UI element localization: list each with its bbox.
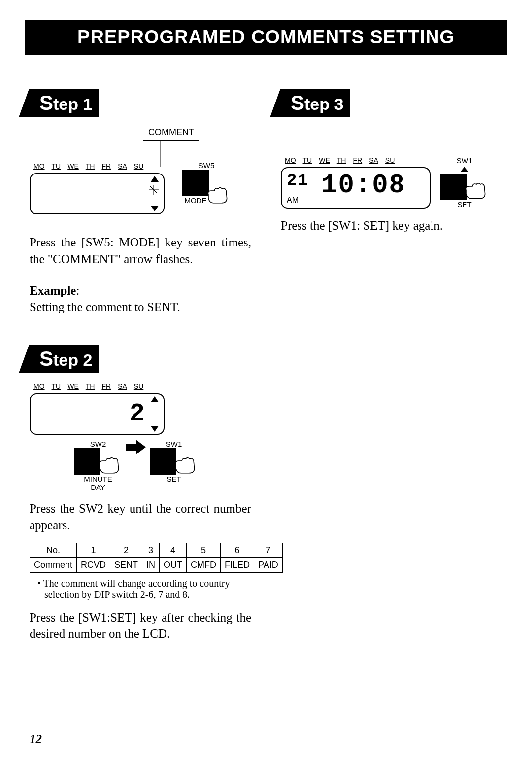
svg-marker-10 — [461, 167, 468, 172]
step2-bullet: • The comment will change according to c… — [44, 578, 251, 600]
hand-pointer-icon — [173, 455, 198, 475]
step1-example: Example: Setting the comment to SENT. — [30, 282, 251, 316]
lcd-step1 — [30, 173, 165, 214]
comment-label-box: COMMENT — [143, 124, 200, 141]
set-label: SET — [440, 200, 489, 209]
step2-tag: Step 2 — [30, 345, 99, 373]
svg-marker-8 — [151, 426, 159, 432]
sw5-label: SW5 — [182, 161, 231, 170]
lcd-step2: 2 — [30, 393, 165, 435]
lcd-day: 21 — [287, 171, 309, 190]
minute-day-button[interactable] — [74, 448, 100, 475]
comment-table: No. 12 34 56 7 Comment RCVDSENT INOUT CM… — [30, 543, 283, 573]
step1-figure: COMMENT MOTUWE THFRSA SU — [30, 127, 251, 225]
step2-text1: Press the SW2 key until the correct numb… — [30, 500, 251, 534]
step3-text: Press the [SW1: SET] key again. — [281, 217, 502, 234]
svg-marker-6 — [151, 206, 159, 211]
lcd-value: 2 — [130, 399, 146, 428]
lcd-step3: 21 AM 10:08 — [281, 167, 431, 209]
sw2-label: SW2 — [74, 440, 122, 448]
hand-pointer-icon — [206, 185, 231, 205]
arrow-right-icon — [126, 440, 146, 454]
sw1-label: SW1 — [150, 440, 198, 448]
up-arrow-icon — [151, 176, 159, 182]
svg-marker-7 — [151, 396, 159, 402]
set-label: SET — [150, 475, 198, 483]
step2-text2: Press the [SW1:SET] key after checking t… — [30, 609, 251, 643]
day-label: DAY — [74, 483, 122, 491]
day-row: MOTUWE THFRSA SU — [33, 383, 251, 390]
mode-button[interactable] — [182, 170, 209, 196]
table-row: Comment RCVDSENT INOUT CMFDFILED PAID — [30, 557, 283, 572]
step1-tag: Step 1 — [30, 89, 99, 117]
page-title: PREPROGRAMED COMMENTS SETTING — [25, 20, 507, 55]
set-button[interactable] — [440, 174, 467, 200]
down-arrow-icon — [151, 206, 159, 211]
step3-figure: MOTUWE THFRSA SU 21 AM 10:08 SW1 — [281, 156, 502, 209]
hand-pointer-icon — [464, 180, 489, 200]
day-row: MOTUWE THFRSA SU — [285, 156, 431, 164]
svg-marker-9 — [126, 440, 146, 454]
up-arrow-icon — [461, 167, 468, 172]
mode-label: MODE — [182, 196, 209, 205]
page-number: 12 — [30, 732, 42, 746]
step1-text: Press the [SW5: MODE] key seven times, t… — [30, 234, 251, 268]
sw1-label: SW1 — [440, 156, 489, 165]
left-column: Step 1 COMMENT MOTUWE THFRSA SU — [30, 89, 251, 651]
step2-figure: MOTUWE THFRSA SU 2 SW2 — [30, 383, 251, 491]
step3: Step 3 MOTUWE THFRSA SU 21 AM — [281, 89, 502, 234]
set-button[interactable] — [150, 448, 176, 475]
step1: Step 1 COMMENT MOTUWE THFRSA SU — [30, 89, 251, 315]
up-arrow-icon — [151, 396, 159, 402]
step2: Step 2 MOTUWE THFRSA SU 2 — [30, 345, 251, 642]
hand-pointer-icon — [98, 455, 122, 475]
table-row: No. 12 34 56 7 — [30, 543, 283, 557]
sparkle-icon — [149, 185, 159, 195]
minute-label: MINUTE — [74, 475, 122, 483]
lcd-ampm: AM — [287, 196, 299, 205]
down-arrow-icon — [151, 426, 159, 432]
day-row: MOTUWE THFRSA SU — [33, 162, 165, 170]
lcd-time: 10:08 — [321, 170, 406, 200]
svg-marker-1 — [151, 176, 159, 182]
right-column: Step 3 MOTUWE THFRSA SU 21 AM — [281, 89, 502, 651]
step3-tag: Step 3 — [281, 89, 350, 117]
